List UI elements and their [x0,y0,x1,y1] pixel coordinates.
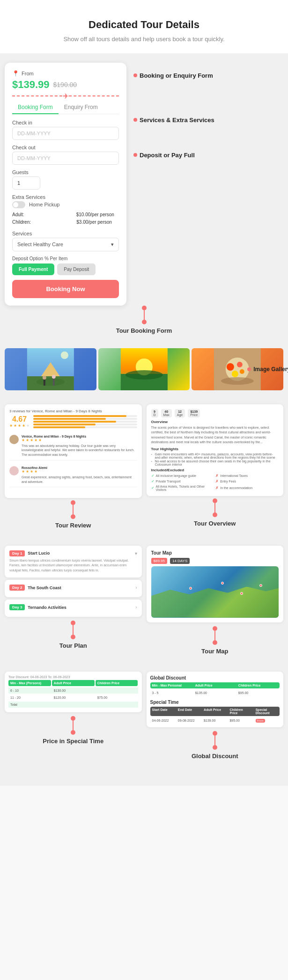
right-annotations: Booking or Enquiry Form Services & Extra… [126,63,283,168]
reviewer-name-2: Rossofino Alemi [22,466,137,469]
day3-title: Ternando Activities [28,605,133,610]
services-group: Services Select Healthy Care ▾ [12,231,119,251]
sp-header-4: Children Price [228,707,253,716]
tour-map-label: Tour Map [147,648,284,655]
disc-header-1: Min - Max Personal [150,682,193,688]
price-note: Tour Discount: 04-06-2023 To: 06-09-2023 [8,675,138,679]
services-label: Services [12,231,119,236]
day3-header: Day 3 Ternando Activities › [9,604,137,610]
review-person-1: Venice, Rome and Milan - 9 Days 8 Nights… [9,432,137,461]
svg-point-18 [240,369,244,374]
sp-header-3: Adult Price [202,707,228,716]
bar-row-3 [33,421,137,423]
gallery-annotation-label: Image Gallery [253,366,288,373]
sp-cell-1-5: From [254,717,280,724]
gallery-row [5,348,283,390]
discount-row-1: 3 - 5 $135.00 $95.00 [150,690,280,696]
day1-text: Sinum libero tempus ultrices condimentum… [9,558,137,573]
check-icon-3: ✓ [151,486,155,490]
check-in-group: Check in DD-MM-YYYY [12,120,119,140]
overview-title: Overview [151,420,279,424]
review-connector [5,500,142,519]
svg-rect-6 [53,378,55,386]
review-overview-section: 3 reviews for Venice, Rome and Milan - 9… [5,404,283,536]
col-header-1: Min - Max (Persons) [8,680,51,686]
tour-overview-col: 9D 40Max 12Age $139Price Overview Th [147,404,284,536]
sp-cell-1-2: 09-08-2022 [176,717,202,724]
pin-icon: 📍 [12,70,19,77]
star-2: ★ [14,424,17,428]
map-days-badge: 14 DAYS [170,558,190,564]
disc-header-2: Adult Price [193,682,236,688]
tab-booking-form[interactable]: Booking Form [12,101,59,114]
map-title: Tour Map [151,550,279,556]
map-price-badge: $89.95 [151,558,167,564]
price-connector [5,716,142,735]
svg-point-4 [37,378,65,386]
services-dropdown[interactable]: Select Healthy Care ▾ [12,238,119,251]
plane-icon: ✈ [63,92,69,101]
stars-row: ★ ★ ★ ★ ★ [9,424,30,428]
overview-connector [147,498,284,517]
day1-chevron: ▾ [135,551,137,556]
tour-plan-day2: Day 2 The South Coast › [5,580,142,597]
highlights-title: Tour Highlights [151,447,279,451]
booking-connector [5,306,283,324]
price-special-col: Tour Discount: 04-06-2023 To: 06-09-2023… [5,672,142,752]
global-discount-label: Global Discount [147,753,284,760]
children-label: Children: [12,219,76,225]
gallery-dot [247,367,251,371]
cross-icon-2: ✗ [215,479,219,483]
price-cell-3-3 [96,702,138,708]
guests-label: Guests [12,169,119,175]
tab-enquiry-from[interactable]: Enquiry From [59,101,103,114]
page-subtitle: Show off all tours details and help user… [9,35,279,44]
svg-point-16 [237,362,243,367]
reviewer-text-1: This was an absolutely amazing holiday. … [22,444,137,457]
day1-header: Day 1 Start Lucio ▾ [9,550,137,556]
star-3: ★ [18,424,21,428]
gallery-annotation-wrapper: Image Gallery [247,366,288,373]
excluded-3: ✗In the accommodation [215,485,279,491]
excluded-2: ✗Entry Fees [215,479,279,483]
special-row-1: 04-06-2022 09-08-2022 $139.00 $95.00 Fro… [150,717,280,724]
tour-booking-label: Tour Booking Form [5,327,283,334]
day1-badge: Day 1 [9,550,25,556]
svg-point-15 [227,363,234,371]
map-price-row: $89.95 14 DAYS [151,558,279,564]
check-out-input[interactable]: DD-MM-YYYY [12,152,119,165]
booking-now-button[interactable]: Booking Now [12,280,119,298]
review-content-2: Rossofino Alemi ★★★★ Great experience, a… [22,466,137,484]
guests-input[interactable]: 1 [12,176,40,190]
pay-deposit-button[interactable]: Pay Deposit [57,263,96,275]
disc-cell-1-1: 3 - 5 [150,690,193,696]
reviewer-text-2: Great experience, amazing sights, amazin… [22,475,137,484]
tour-review-col: 3 reviews for Venice, Rome and Milan - 9… [5,404,142,536]
tour-plan-label: Tour Plan [5,642,142,649]
tour-review-card: 3 reviews for Venice, Rome and Milan - 9… [5,404,142,498]
global-discount-title: Global Discount [150,675,280,680]
home-pickup-toggle[interactable] [12,201,25,208]
check-icon-1: ✓ [151,474,155,478]
pricing-info: Adult: $10.00/per person Children: $3.00… [12,211,119,226]
full-payment-button[interactable]: Full Payment [12,263,54,275]
badge-min-age: 12Age [175,409,185,417]
global-discount-col: Global Discount Min - Max Personal Adult… [147,672,284,767]
included-1: ✓All inclusive language guide [151,474,214,478]
check-out-group: Check out DD-MM-YYYY [12,145,119,165]
check-in-input[interactable]: DD-MM-YYYY [12,127,119,140]
adult-per: /per person [90,212,114,217]
price-old: $190.00 [53,81,77,88]
reviewer-name-1: Venice, Rome and Milan - 9 Days 8 Nights [22,435,137,438]
children-price: $3.00 [76,219,88,225]
services-value: Select Healthy Care [17,241,63,247]
disc-cell-1-3: $95.00 [236,690,280,696]
special-time-title: Special Time [150,700,280,705]
price-cell-1-1: 6 - 10 [8,687,51,694]
price-cell-1-2: $130.00 [52,687,95,694]
disc-cell-1-2: $135.00 [193,690,236,696]
included-excluded-grid: ✓All inclusive language guide ✗Internati… [151,474,279,491]
discount-table-header: Min - Max Personal Adult Price Children … [150,682,280,688]
bar-row-4 [33,424,137,425]
map-pin-4 [259,584,262,587]
